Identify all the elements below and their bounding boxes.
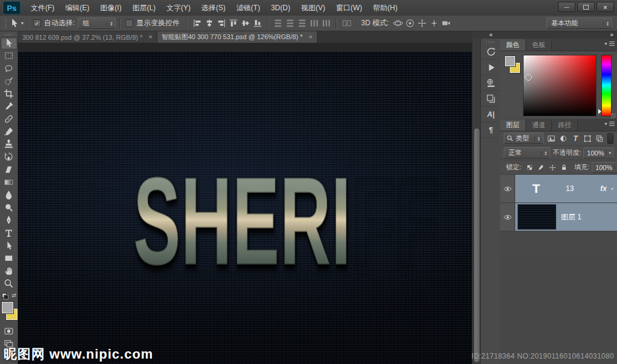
history-brush-tool-icon (4, 152, 14, 162)
menu-item[interactable]: 视图(V) (296, 0, 331, 16)
3d-camera-icon (441, 18, 451, 28)
menu-item[interactable]: 窗口(W) (331, 0, 368, 16)
auto-align-layers-button[interactable] (340, 18, 352, 29)
layer-fx-badge[interactable]: fx (600, 184, 607, 193)
layer-row-text[interactable]: T 13 fx ▾ (500, 175, 617, 203)
tab-close-icon[interactable]: × (149, 34, 152, 40)
layer-content[interactable]: T 13 fx ▾ (515, 175, 617, 202)
filter-toggle-switch[interactable] (607, 133, 613, 144)
panel-tab[interactable]: 图层 (500, 119, 526, 131)
color-cursor[interactable] (525, 74, 532, 81)
minimize-button[interactable]: — (558, 2, 575, 12)
foreground-color-swatch[interactable] (505, 56, 515, 66)
align-right-edges-icon (216, 18, 227, 28)
shape-filter-icon (583, 133, 593, 143)
layer-name[interactable]: 图层 1 (561, 212, 581, 222)
document-tab[interactable]: 智能贴图40 300 770 531.psd @ 126%(RGB/8) * × (157, 31, 318, 43)
menu-item[interactable]: 图层(L) (127, 0, 161, 16)
current-tool-icon[interactable] (9, 18, 19, 28)
tab-close-icon[interactable]: × (308, 34, 312, 40)
align-h-centers-icon (204, 18, 215, 28)
panels-column: 颜色色板 ▼ 图层通道路径 ▼ 类型 ▲▼ (500, 39, 617, 364)
tool-preset-arrow-icon[interactable]: ▾ (21, 20, 23, 26)
swap-colors-icon[interactable]: ⇄ (11, 292, 16, 298)
dropdown-arrow-icon[interactable]: ▾ (606, 151, 611, 155)
menu-item[interactable]: 文件(F) (25, 0, 60, 16)
lock-all-icon (559, 162, 569, 172)
panel-menu-icon[interactable]: ▼ (604, 42, 615, 46)
paragraph-panel-icon: ¶ (486, 125, 496, 136)
default-colors-icon[interactable] (2, 293, 8, 300)
filter-kind-buttons: T (545, 134, 605, 143)
hue-slider-marker[interactable] (598, 109, 601, 114)
scrollbar-thumb[interactable] (474, 128, 480, 363)
canvas-area[interactable]: SHERIFF (18, 43, 472, 364)
minimize-icon: — (565, 4, 569, 10)
filter-type-value: 类型 (516, 134, 529, 143)
layer-content[interactable]: 图层 1 (515, 203, 617, 231)
menu-item[interactable]: 文字(Y) (161, 0, 196, 16)
panel-tab[interactable]: 色板 (526, 39, 552, 51)
layers-panel: 图层通道路径 ▼ 类型 ▲▼ T 正常 ▲▼ 不透明度: (500, 119, 617, 364)
panel-menu-icon[interactable]: ▼ (604, 122, 615, 126)
menu-item[interactable]: 帮助(H) (368, 0, 403, 16)
menu-item[interactable]: 图像(I) (95, 0, 127, 16)
tools-panel: ⇄ (0, 31, 18, 364)
fill-field[interactable]: 100% ▾ (592, 162, 617, 173)
maximize-button[interactable] (577, 2, 595, 12)
options-grip (5, 19, 7, 28)
adjustment-filter-icon (559, 133, 569, 143)
color-swatches (0, 301, 17, 325)
sheriff-text-artwork: SHERIFF (133, 159, 353, 283)
color-panel (500, 51, 617, 119)
separator (119, 18, 121, 29)
menu-item[interactable]: 选择(S) (196, 0, 231, 16)
show-transform-checkbox[interactable] (125, 19, 133, 27)
document-image[interactable]: SHERIFF (18, 52, 472, 364)
lock-label: 锁定: (506, 163, 521, 172)
menu-item[interactable]: 编辑(E) (60, 0, 95, 16)
layer-filter-row: 类型 ▲▼ T (500, 131, 617, 146)
foreground-color-swatch[interactable] (2, 302, 13, 313)
saturation-brightness-field[interactable] (523, 55, 597, 116)
pixel-filter-icon (547, 133, 557, 143)
workspace-value: 基本功能 (551, 19, 578, 28)
layer-filter-dropdown[interactable]: 类型 ▲▼ (504, 133, 543, 144)
dodge-tool-icon (4, 202, 14, 213)
eraser-tool-icon (4, 165, 14, 175)
panel-tab[interactable]: 路径 (552, 119, 578, 131)
visibility-cell[interactable] (500, 203, 515, 231)
collapse-panels-arrows-icon[interactable]: » (610, 31, 613, 39)
opacity-field[interactable]: 100% ▾ (583, 148, 613, 158)
quick-mask-button[interactable] (1, 325, 17, 337)
text-layer-thumbnail[interactable]: T (515, 181, 557, 196)
panel-tab[interactable]: 颜色 (500, 39, 526, 51)
canvas-vertical-scrollbar[interactable] (472, 39, 480, 364)
auto-select-checkbox[interactable]: ✓ (33, 19, 41, 27)
layer-name[interactable]: 13 (566, 184, 574, 193)
close-button[interactable]: × (597, 2, 614, 12)
pen-tool-icon (4, 215, 14, 225)
workspace-switcher[interactable]: 基本功能 ▲▼ (547, 17, 612, 29)
menu-item[interactable]: 滤镜(T) (231, 0, 265, 16)
3d-slide-icon (429, 18, 439, 28)
dropdown-arrow-icon[interactable]: ▾ (615, 165, 617, 170)
separator (186, 18, 187, 29)
document-tab[interactable]: 300 812 609.psd @ 37.2% (13, RGB/8) * × (18, 31, 157, 43)
collapse-dock-arrows-icon[interactable]: « (489, 31, 493, 39)
blur-tool-icon (4, 190, 14, 200)
resize-grip-icon[interactable] (611, 113, 616, 118)
panel-tab[interactable]: 通道 (526, 119, 552, 131)
blend-mode-dropdown[interactable]: 正常 ▲▼ (504, 147, 550, 158)
dock-grip (486, 41, 495, 43)
opacity-label: 不透明度: (553, 148, 581, 157)
layer-row-image[interactable]: 图层 1 (500, 203, 617, 231)
distribute-v-icon (273, 18, 283, 28)
auto-select-dropdown[interactable]: 组 ▲▼ (78, 17, 116, 29)
fx-expand-arrow-icon[interactable]: ▾ (611, 186, 613, 192)
layer-thumbnail[interactable] (518, 204, 556, 230)
menu-item[interactable]: 3D(D) (266, 0, 296, 16)
hue-slider[interactable] (601, 55, 612, 116)
window-controls: — × (558, 2, 614, 12)
visibility-cell[interactable] (500, 175, 515, 202)
